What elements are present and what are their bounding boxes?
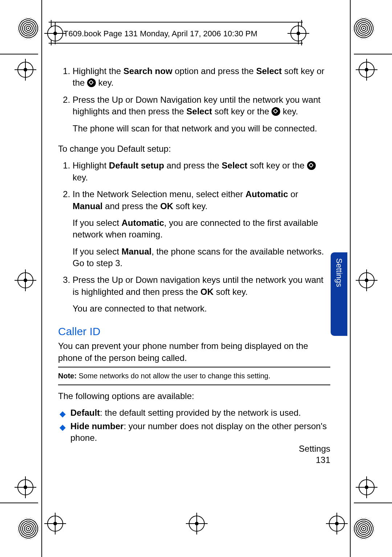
registration-mark-icon: [329, 516, 345, 532]
registration-mark-icon: [359, 62, 375, 78]
text: soft key.: [173, 201, 207, 211]
page-footer: Settings 131: [299, 443, 330, 465]
text: key.: [73, 172, 88, 182]
text: In the Network Selection menu, select ei…: [73, 189, 245, 199]
options-intro: The following options are available:: [58, 390, 330, 402]
body-text: Highlight the Search now option and pres…: [58, 65, 330, 445]
step-item: In the Network Selection menu, select ei…: [73, 188, 330, 269]
bold-text: Automatic: [122, 218, 164, 228]
bold-text: Manual: [73, 201, 103, 211]
followup-text: The phone will scan for that network and…: [73, 123, 330, 134]
text: option and press the: [172, 66, 256, 76]
intro-default-setup: To change you Default setup:: [58, 143, 330, 155]
options-list: ◆ Default: the default setting provided …: [58, 407, 330, 444]
registration-mark-icon: [17, 479, 33, 495]
horizontal-rule: [58, 385, 330, 385]
steps-search-now: Highlight the Search now option and pres…: [58, 65, 330, 134]
bold-text: Manual: [122, 247, 152, 256]
text: soft key.: [213, 287, 248, 297]
text: and press the: [103, 201, 160, 211]
note-lead: Note:: [58, 372, 79, 380]
spiral-icon: [17, 17, 39, 39]
registration-mark-icon: [290, 25, 306, 41]
step-item: Highlight Default setup and press the Se…: [73, 160, 330, 183]
header-rule: [49, 43, 303, 44]
ok-key-icon: [307, 161, 316, 170]
registration-mark-icon: [359, 272, 375, 288]
bold-text: Default setup: [109, 160, 164, 170]
diamond-bullet-icon: ◆: [60, 422, 66, 433]
text: If you select: [73, 218, 122, 228]
crop-line: [41, 0, 42, 557]
header-slug: T609.book Page 131 Monday, April 17, 200…: [64, 29, 257, 38]
steps-default-setup: Highlight Default setup and press the Se…: [58, 160, 330, 314]
followup-text: You are connected to that network.: [73, 303, 330, 314]
text: Press the Up or Down navigation keys unt…: [73, 275, 323, 296]
option-item: ◆ Hide number: your number does not disp…: [60, 420, 330, 444]
text: or: [288, 189, 298, 199]
spiral-icon: [353, 518, 375, 540]
note-text: Note: Some networks do not allow the use…: [58, 371, 330, 381]
text: : the default setting provided by the ne…: [100, 408, 301, 418]
crop-line: [0, 54, 38, 54]
section-heading-caller-id: Caller ID: [58, 324, 330, 339]
crop-line: [354, 503, 392, 503]
text: Highlight: [73, 160, 109, 170]
bold-text: Default: [70, 408, 100, 418]
diamond-bullet-icon: ◆: [60, 408, 66, 419]
step-item: Press the Up or Down Navigation key unti…: [73, 94, 330, 134]
registration-mark-icon: [17, 62, 33, 78]
bold-text: OK: [200, 287, 213, 297]
crop-line: [0, 503, 38, 503]
registration-mark-icon: [17, 272, 33, 288]
horizontal-rule: [58, 367, 330, 367]
bold-text: Automatic: [245, 189, 288, 199]
bold-text: OK: [160, 201, 173, 211]
step-item: Press the Up or Down navigation keys unt…: [73, 274, 330, 314]
followup-text: If you select Manual, the phone scans fo…: [73, 246, 330, 269]
text: key.: [280, 106, 298, 116]
ok-key-icon: [87, 78, 96, 87]
text: If you select: [73, 247, 122, 256]
text: soft key or the: [212, 106, 271, 116]
caller-id-intro: You can prevent your phone number from b…: [58, 340, 330, 364]
registration-mark-icon: [47, 516, 63, 532]
spiral-icon: [17, 518, 39, 540]
manual-page: T609.book Page 131 Monday, April 17, 200…: [0, 0, 392, 557]
registration-mark-icon: [47, 25, 63, 41]
footer-section-name: Settings: [299, 443, 330, 454]
bold-text: Search now: [123, 66, 172, 76]
note-body: Some networks do not allow the user to c…: [79, 372, 270, 380]
step-item: Highlight the Search now option and pres…: [73, 65, 330, 89]
spiral-icon: [353, 17, 375, 39]
registration-mark-icon: [359, 479, 375, 495]
crop-line: [354, 54, 392, 54]
text: key.: [96, 78, 114, 88]
footer-page-number: 131: [299, 454, 330, 465]
option-item: ◆ Default: the default setting provided …: [60, 407, 330, 419]
text: soft key or the: [248, 160, 307, 170]
crop-line: [350, 0, 351, 557]
bold-text: Select: [187, 106, 212, 116]
ok-key-icon: [271, 107, 280, 116]
bold-text: Hide number: [70, 421, 124, 431]
registration-mark-icon: [189, 516, 205, 532]
thumb-tab-settings: Settings: [331, 252, 347, 336]
bold-text: Select: [222, 160, 248, 170]
text: and press the: [164, 160, 222, 170]
text: Highlight the: [73, 66, 123, 76]
header-rule: [49, 22, 303, 23]
followup-text: If you select Automatic, you are connect…: [73, 217, 330, 241]
thumb-tab-label: Settings: [334, 258, 344, 287]
bold-text: Select: [256, 66, 282, 76]
